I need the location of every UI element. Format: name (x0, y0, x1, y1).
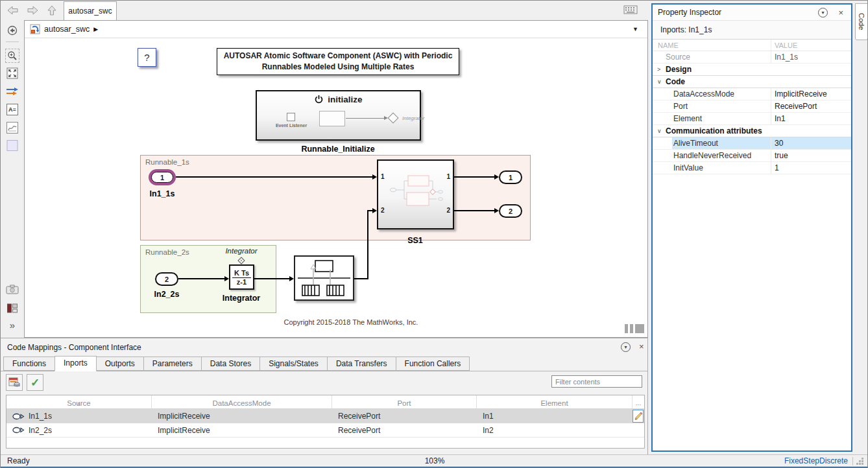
pi-row-element[interactable]: Element In1 (653, 113, 851, 125)
signal-wire[interactable] (254, 278, 289, 279)
pi-row-handleneverreceived[interactable]: HandleNeverReceived true (653, 150, 851, 162)
inport-1-block[interactable]: 1 (151, 172, 173, 183)
signal-wire[interactable] (454, 210, 495, 211)
annotation-icon: A≡ (8, 106, 16, 113)
tab-inports[interactable]: Inports (54, 356, 97, 371)
model-tab[interactable]: autosar_swc (64, 1, 117, 20)
pi-row-dataaccessmode[interactable]: DataAccessMode ImplicitReceive (653, 88, 851, 100)
ss1-subsystem-block[interactable]: 1 2 1 2 (377, 159, 454, 229)
title-line-1: AUTOSAR Atomic Software Component (ASWC)… (217, 51, 459, 62)
simulink-window: autosar_swc (0, 0, 868, 468)
help-doc-block[interactable]: ? (138, 48, 156, 67)
viewmark-button[interactable] (7, 140, 18, 151)
code-mappings-header: Code Mappings - Component Interface ▾ × (1, 338, 647, 356)
hide-explorer-bar-button[interactable] (7, 25, 18, 36)
cell-source: In2_2s (29, 426, 52, 435)
integrator-denominator: z-1 (237, 278, 247, 286)
runnable-1s-region[interactable]: Runnable_1s (140, 155, 531, 240)
tab-data-stores[interactable]: Data Stores (201, 357, 260, 371)
diagram-area[interactable]: ? AUTOSAR Atomic Software Component (ASW… (25, 38, 647, 337)
event-listener-label: Event Listener (267, 123, 315, 128)
panel-close-button[interactable]: × (639, 342, 644, 351)
column-header-more[interactable]: ... (633, 395, 644, 408)
fit-to-view-button[interactable] (6, 67, 18, 79)
table-row-in2-2s[interactable]: In2_2s ImplicitReceive ReceivePort In2 (6, 423, 644, 438)
forward-button[interactable] (24, 4, 41, 17)
pi-section-communication-attributes[interactable]: ∨ Communication attributes (653, 125, 851, 137)
column-header-source[interactable]: ∧ Source (6, 395, 152, 408)
keyboard-shortcuts-button[interactable] (622, 3, 639, 16)
window-resize-grip[interactable] (862, 458, 863, 460)
more-tools-button[interactable]: » (10, 320, 15, 331)
signal-wire[interactable] (454, 176, 495, 178)
table-row-in1-1s[interactable]: In1_1s ImplicitReceive ReceivePort In1 (6, 409, 644, 423)
image-button[interactable] (6, 122, 18, 134)
tab-signals-states[interactable]: Signals/States (259, 357, 328, 371)
breadcrumb-dropdown-icon[interactable]: ▼ (633, 26, 638, 32)
arrowhead (494, 208, 499, 213)
annotation-button[interactable]: A≡ (6, 104, 18, 115)
runnable-initialize-block[interactable]: initialize Event Listener Integrator (256, 90, 421, 141)
integrator-annotation[interactable]: Integrator (209, 247, 274, 255)
tab-data-transfers[interactable]: Data Transfers (327, 357, 396, 371)
cell-dataaccessmode[interactable]: ImplicitReceive (152, 423, 332, 437)
pi-section-design[interactable]: > Design (653, 64, 851, 76)
signal-wire[interactable] (176, 176, 372, 178)
model-data-viewer-button[interactable] (7, 303, 18, 314)
filter-input[interactable] (551, 375, 642, 388)
more-chevrons-icon: » (10, 320, 15, 331)
pi-row-alivetimeout[interactable]: AliveTimeout 30 (653, 137, 851, 150)
signal-wire[interactable] (178, 278, 224, 279)
zoom-button[interactable] (5, 49, 19, 63)
annotation-anchor-icon (237, 256, 246, 265)
pi-section-code[interactable]: ∨ Code (653, 76, 851, 88)
route-signals-icon (6, 87, 19, 96)
configure-defaults-button[interactable] (6, 374, 23, 391)
outport-1-block[interactable]: 1 (499, 170, 522, 184)
screenshot-button[interactable] (6, 285, 19, 294)
breadcrumb-arrow-icon[interactable]: ▶ (93, 26, 98, 32)
rate-transition-block[interactable] (294, 255, 354, 301)
signal-wire[interactable] (367, 210, 368, 279)
integrator-block[interactable]: K Ts z-1 (229, 264, 254, 290)
breadcrumb-model-name[interactable]: autosar_swc (44, 25, 90, 34)
check-icon: ✓ (30, 376, 40, 390)
pi-row-initvalue[interactable]: InitValue 1 (653, 162, 851, 174)
tab-parameters[interactable]: Parameters (143, 357, 202, 371)
back-button[interactable] (5, 4, 21, 17)
validate-mappings-button[interactable]: ✓ (27, 374, 43, 391)
panel-menu-icon: ▾ (624, 344, 627, 350)
edit-row-button[interactable] (633, 410, 644, 423)
signal-wire[interactable] (354, 278, 368, 279)
model-title-annotation[interactable]: AUTOSAR Atomic Software Component (ASWC)… (217, 48, 459, 75)
column-header-element[interactable]: Element (477, 395, 633, 408)
panel-menu-icon: ▾ (821, 10, 824, 16)
signal-wire[interactable] (367, 210, 372, 211)
code-side-tab[interactable]: Code (855, 3, 868, 40)
initialize-header: initialize (257, 95, 420, 104)
up-arrow-icon (46, 5, 58, 16)
tab-outports[interactable]: Outports (96, 357, 144, 371)
status-solver-link[interactable]: FixedStepDiscrete (784, 456, 848, 465)
init-diamond (388, 113, 399, 124)
pi-row-port[interactable]: Port ReceivePort (653, 100, 851, 113)
panel-minimize-button[interactable]: ▾ (621, 342, 631, 352)
inport-1-selection-ring[interactable]: 1 (149, 169, 176, 185)
fit-to-view-icon (6, 67, 18, 79)
column-header-port[interactable]: Port (332, 395, 477, 408)
inport-2-block[interactable]: 2 (155, 272, 178, 286)
inport-1-label: In1_1s (143, 189, 182, 198)
route-signals-button[interactable] (6, 87, 19, 96)
pi-minimize-button[interactable]: ▾ (818, 8, 828, 18)
breadcrumb[interactable]: autosar_swc ▶ ▼ (25, 21, 647, 38)
pi-row-source[interactable]: Source In1_1s (653, 51, 851, 64)
tab-functions[interactable]: Functions (3, 357, 55, 371)
cell-dataaccessmode[interactable]: ImplicitReceive (152, 409, 332, 423)
column-header-dataaccessmode[interactable]: DataAccessMode (152, 395, 332, 408)
outport-2-block[interactable]: 2 (499, 204, 522, 218)
cell-port: ReceivePort (332, 423, 477, 437)
tab-function-callers[interactable]: Function Callers (396, 357, 470, 371)
pi-close-button[interactable]: × (838, 8, 843, 17)
pi-col-name: NAME (658, 41, 679, 49)
up-button[interactable] (43, 4, 60, 17)
